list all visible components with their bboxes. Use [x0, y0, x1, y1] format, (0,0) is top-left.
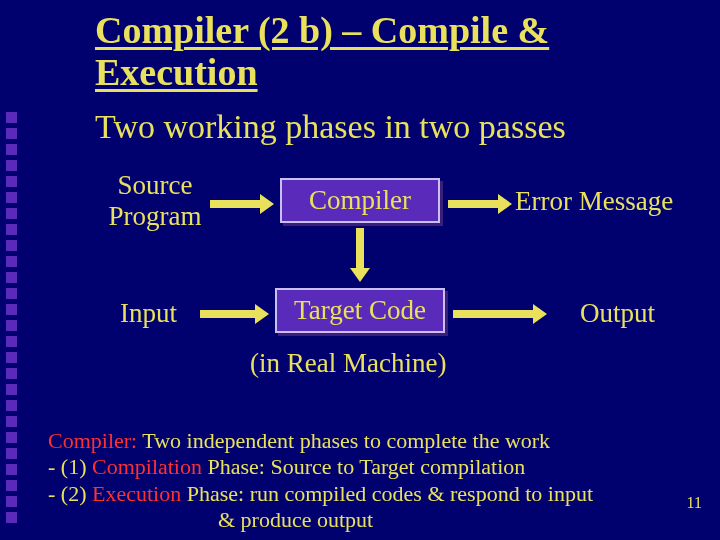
deco-square — [6, 400, 17, 411]
deco-square — [6, 496, 17, 507]
footer-lead-rest: Two independent phases to complete the w… — [137, 428, 550, 453]
slide-title: Compiler (2 b) – Compile & Execution — [95, 10, 655, 94]
arrow-source-to-compiler — [210, 200, 260, 208]
footer-l3b: Phase: run compiled codes & respond to i… — [181, 481, 593, 506]
flow-diagram: Source Program Compiler Error Message In… — [60, 160, 690, 390]
deco-square — [6, 304, 17, 315]
deco-square — [6, 368, 17, 379]
deco-square — [6, 416, 17, 427]
footer-notes: Compiler: Two independent phases to comp… — [48, 428, 688, 534]
deco-square — [6, 320, 17, 331]
footer-line-3: - (2) Execution Phase: run compiled code… — [48, 481, 688, 507]
deco-square — [6, 480, 17, 491]
deco-square — [6, 352, 17, 363]
deco-square — [6, 384, 17, 395]
target-code-label: Target Code — [294, 295, 426, 326]
compiler-box-label: Compiler — [309, 185, 411, 216]
deco-square — [6, 512, 17, 523]
slide-subtitle: Two working phases in two passes — [95, 108, 566, 146]
deco-square — [6, 448, 17, 459]
deco-square — [6, 144, 17, 155]
deco-square — [6, 256, 17, 267]
arrow-compiler-to-target — [356, 228, 364, 268]
deco-square — [6, 336, 17, 347]
source-line1: Source — [118, 170, 193, 200]
deco-square — [6, 192, 17, 203]
deco-square — [6, 224, 17, 235]
deco-square — [6, 112, 17, 123]
footer-l2b: Phase: Source to Target compilation — [202, 454, 525, 479]
footer-lead-red: Compiler: — [48, 428, 137, 453]
footer-l2red: Compilation — [92, 454, 202, 479]
compiler-box: Compiler — [280, 178, 440, 223]
arrow-target-to-output — [453, 310, 533, 318]
footer-l2a: - (1) — [48, 454, 92, 479]
real-machine-caption: (in Real Machine) — [250, 348, 446, 379]
arrow-input-to-target — [200, 310, 255, 318]
footer-l3a: - (2) — [48, 481, 92, 506]
deco-square — [6, 272, 17, 283]
decorative-square-column — [6, 112, 17, 523]
input-label: Input — [120, 298, 177, 329]
footer-line-2: - (1) Compilation Phase: Source to Targe… — [48, 454, 688, 480]
output-label: Output — [580, 298, 655, 329]
deco-square — [6, 288, 17, 299]
deco-square — [6, 128, 17, 139]
deco-square — [6, 208, 17, 219]
footer-l3red: Execution — [92, 481, 181, 506]
error-message-label: Error Message — [515, 186, 673, 217]
source-line2: Program — [109, 201, 202, 231]
footer-line-4: & produce output — [48, 507, 688, 533]
deco-square — [6, 432, 17, 443]
deco-square — [6, 464, 17, 475]
target-code-box: Target Code — [275, 288, 445, 333]
arrow-compiler-to-error — [448, 200, 498, 208]
deco-square — [6, 176, 17, 187]
deco-square — [6, 160, 17, 171]
source-program-label: Source Program — [100, 170, 210, 232]
page-number: 11 — [687, 494, 702, 512]
deco-square — [6, 240, 17, 251]
footer-line-1: Compiler: Two independent phases to comp… — [48, 428, 688, 454]
